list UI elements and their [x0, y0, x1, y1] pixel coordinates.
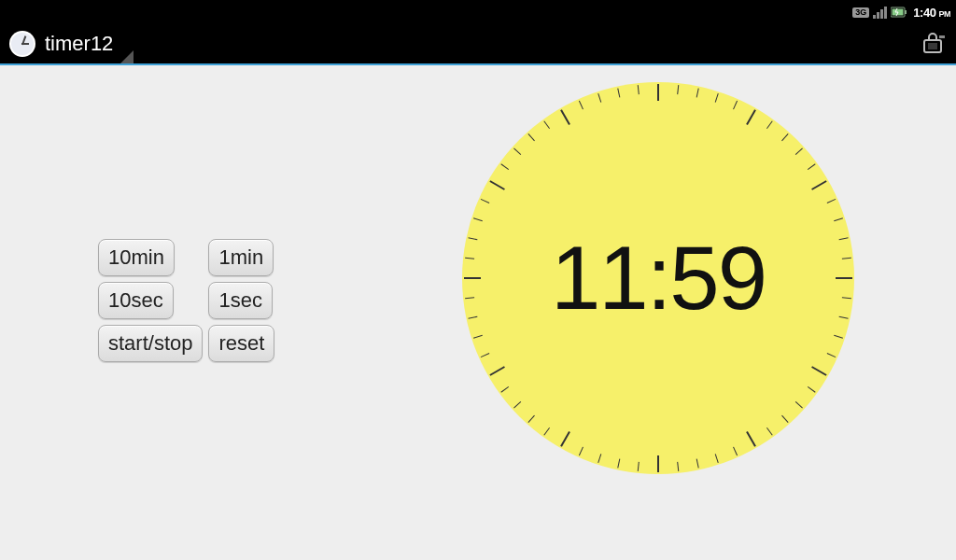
- battery-icon: [891, 7, 907, 18]
- clock-tick: [827, 353, 836, 357]
- signal-icon: [873, 6, 887, 19]
- 10min-button[interactable]: 10min: [98, 239, 175, 276]
- clock-tick: [842, 258, 851, 259]
- clock-tick: [579, 101, 583, 110]
- clock-tick: [473, 217, 483, 221]
- clock-tick: [766, 120, 773, 129]
- lock-rotation-icon[interactable]: [921, 33, 947, 55]
- clock-tick: [617, 88, 620, 97]
- clock-tick: [598, 454, 601, 463]
- clock-tick: [527, 415, 534, 423]
- clock-tick: [638, 462, 640, 471]
- clock-tick: [766, 427, 773, 436]
- clock-tick: [795, 147, 803, 154]
- status-time: 1:40 PM: [913, 6, 950, 20]
- svg-rect-1: [905, 10, 907, 14]
- clock-tick: [500, 163, 509, 170]
- clock-tick: [839, 316, 849, 319]
- clock-tick: [781, 133, 788, 141]
- clock-tick: [465, 258, 474, 259]
- clock-tick: [638, 85, 640, 94]
- clock-tick: [513, 147, 521, 154]
- svg-rect-4: [928, 43, 937, 49]
- clock-tick: [481, 353, 490, 357]
- clock-tick: [839, 237, 849, 240]
- clock-tick: [464, 277, 481, 279]
- clock-tick: [465, 297, 474, 299]
- clock-tick: [513, 401, 521, 408]
- clock-tick: [579, 447, 583, 456]
- clock: 11:59: [462, 82, 854, 474]
- clock-tick: [489, 180, 505, 190]
- app-clock-icon: [9, 31, 35, 57]
- clock-tick: [715, 93, 719, 103]
- 10sec-button[interactable]: 10sec: [98, 282, 174, 319]
- clock-tick: [733, 101, 738, 110]
- timer-display: 11:59: [551, 227, 766, 329]
- clock-tick: [468, 237, 477, 240]
- clock-tick: [696, 459, 699, 469]
- clock-tick: [560, 431, 570, 447]
- controls-panel: 10min 1min 10sec 1sec start/stop reset: [98, 239, 274, 362]
- clock-tick: [834, 335, 843, 339]
- clock-tick: [811, 366, 827, 376]
- clock-tick: [489, 366, 505, 376]
- clock-tick: [598, 93, 601, 103]
- 1sec-button[interactable]: 1sec: [208, 282, 272, 319]
- clock-tick: [827, 199, 836, 203]
- 1min-button[interactable]: 1min: [208, 239, 274, 276]
- clock-tick: [617, 459, 620, 469]
- clock-tick: [733, 447, 738, 456]
- clock-tick: [842, 297, 851, 299]
- clock-tick: [527, 133, 534, 141]
- clock-tick: [808, 163, 816, 170]
- clock-tick: [836, 277, 852, 279]
- clock-tick: [543, 427, 550, 436]
- clock-tick: [795, 401, 803, 408]
- clock-tick: [560, 109, 570, 125]
- reset-button[interactable]: reset: [208, 325, 274, 362]
- clock-tick: [696, 88, 699, 97]
- network-3g-icon: 3G: [852, 7, 869, 18]
- clock-tick: [657, 455, 659, 472]
- start-stop-button[interactable]: start/stop: [98, 325, 203, 362]
- clock-tick: [746, 431, 756, 447]
- clock-tick: [473, 335, 483, 339]
- clock-tick: [481, 199, 490, 203]
- menu-indicator-icon[interactable]: [120, 50, 134, 63]
- clock-tick: [781, 415, 788, 423]
- clock-tick: [657, 84, 659, 101]
- clock-tick: [834, 217, 843, 221]
- status-bar: 3G 1:40 PM: [0, 0, 956, 24]
- clock-tick: [808, 386, 816, 393]
- svg-rect-6: [939, 35, 945, 38]
- clock-tick: [811, 180, 827, 190]
- clock-tick: [677, 462, 679, 471]
- clock-tick: [746, 109, 756, 125]
- main-content: 10min 1min 10sec 1sec start/stop reset 1…: [0, 65, 956, 560]
- clock-tick: [543, 120, 550, 129]
- clock-tick: [468, 316, 477, 319]
- clock-tick: [677, 85, 679, 94]
- clock-tick: [500, 386, 509, 393]
- app-header: timer12: [0, 24, 956, 65]
- app-title: timer12: [45, 32, 113, 56]
- clock-tick: [715, 454, 719, 463]
